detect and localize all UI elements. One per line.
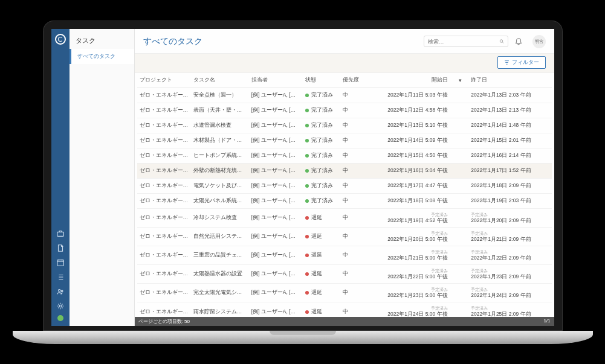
table-row[interactable]: ゼロ・エネルギー…太陽熱温水器の設置[例] ユーザーA, [例] …遅延中予定済… xyxy=(137,265,552,284)
table-row[interactable]: ゼロ・エネルギー…太陽光パネル系統設置[例] ユーザーA, [例] …完了済み中… xyxy=(137,193,552,208)
status-dot-icon xyxy=(305,184,309,188)
cell-start: 2022年1月13日 5:10 午後 xyxy=(373,118,456,133)
svg-rect-1 xyxy=(57,260,63,266)
cell-start: 予定済み2022年1月19日 4:52 午後 xyxy=(373,208,456,227)
table-row[interactable]: ゼロ・エネルギー…表面（天井・壁・…[例] ユーザーA, [例] …完了済み中2… xyxy=(137,103,552,118)
status-dot-icon xyxy=(305,94,309,97)
search-icon xyxy=(499,38,504,45)
cell-task: 外壁の断熱材充填検査 xyxy=(191,163,249,178)
cell-status: 完了済み xyxy=(303,103,340,118)
main-content: すべてのタスク 明宮 フィルター xyxy=(135,29,554,326)
cell-project: ゼロ・エネルギー… xyxy=(137,227,191,246)
table-row[interactable]: ゼロ・エネルギー…三重窓の品質チェック[例] ユーザーA, [例] …遅延中予定… xyxy=(137,246,552,264)
cell-start: 2022年1月11日 5:03 午後 xyxy=(373,88,456,103)
cell-start: 予定済み2022年1月20日 5:00 午後 xyxy=(373,227,456,246)
document-icon[interactable] xyxy=(56,244,65,252)
cell-priority: 中 xyxy=(340,265,374,284)
task-table: プロジェクト タスク名 担当者 状態 優先度 開始日 ▾ 終了日 ゼロ・エネルギ… xyxy=(137,73,552,326)
cell-end: 2022年1月17日 1:52 午前 xyxy=(468,163,551,178)
filter-icon xyxy=(504,60,510,65)
table-row[interactable]: ゼロ・エネルギー…自然光活用システ…[例] ユーザーA, [例] …遅延中予定済… xyxy=(137,227,552,246)
col-status[interactable]: 状態 xyxy=(303,73,340,88)
cell-status: 完了済み xyxy=(303,88,340,103)
col-task[interactable]: タスク名 xyxy=(191,73,249,88)
subnav-item-all-tasks[interactable]: すべてのタスク xyxy=(70,49,134,64)
cell-end: 予定済み2022年1月21日 2:09 午前 xyxy=(468,227,551,246)
col-start[interactable]: 開始日 xyxy=(373,73,456,88)
help-icon[interactable] xyxy=(57,315,63,321)
cell-task: 太陽光パネル系統設置 xyxy=(191,193,249,208)
cell-start: 2022年1月18日 5:08 午後 xyxy=(373,193,456,208)
cell-priority: 中 xyxy=(340,133,374,148)
search-box[interactable] xyxy=(424,36,508,47)
app-logo-icon[interactable] xyxy=(55,34,66,45)
cell-start: 2022年1月14日 5:09 午後 xyxy=(373,133,456,148)
search-input[interactable] xyxy=(428,39,496,45)
cell-status: 完了済み xyxy=(303,148,340,163)
cell-priority: 中 xyxy=(340,118,374,133)
cell-project: ゼロ・エネルギー… xyxy=(137,284,191,302)
cell-priority: 中 xyxy=(340,88,374,103)
cell-start: 予定済み2022年1月21日 5:00 午後 xyxy=(373,246,456,264)
cell-end: 予定済み2022年1月20日 2:09 午前 xyxy=(468,208,551,227)
cell-task: 水道管漏水検査 xyxy=(191,118,249,133)
col-project[interactable]: プロジェクト xyxy=(137,73,191,88)
status-dot-icon xyxy=(305,124,309,127)
filter-button[interactable]: フィルター xyxy=(497,56,546,69)
table-row[interactable]: ゼロ・エネルギー…冷却システム検査[例] ユーザーA, [例] …遅延中予定済み… xyxy=(137,208,552,227)
cell-status: 遅延 xyxy=(303,284,340,302)
briefcase-icon[interactable] xyxy=(56,229,65,238)
subnav-title: タスク xyxy=(70,29,134,49)
cell-assignee: [例] ユーザーA, [例] … xyxy=(249,193,303,208)
table-row[interactable]: ゼロ・エネルギー…木材製品（ドア・…[例] ユーザーA, [例] …完了済み中2… xyxy=(137,133,552,148)
calendar-icon[interactable] xyxy=(56,258,65,267)
cell-task: 木材製品（ドア・… xyxy=(191,133,249,148)
gear-icon[interactable] xyxy=(56,302,65,310)
cell-priority: 中 xyxy=(340,163,374,178)
status-dot-icon xyxy=(305,169,309,173)
status-dot-icon xyxy=(305,154,309,158)
status-dot-icon xyxy=(305,216,309,220)
col-assignee[interactable]: 担当者 xyxy=(249,73,303,88)
cell-end: 2022年1月18日 2:09 午前 xyxy=(468,178,551,193)
cell-project: ゼロ・エネルギー… xyxy=(137,246,191,264)
col-sort-icon[interactable]: ▾ xyxy=(456,73,469,88)
cell-task: 完全太陽光電気シ… xyxy=(191,284,249,302)
col-priority[interactable]: 優先度 xyxy=(340,73,374,88)
svg-point-2 xyxy=(58,289,60,292)
table-row[interactable]: ゼロ・エネルギー…完全太陽光電気シ…[例] ユーザーA, [例] …遅延中予定済… xyxy=(137,284,552,302)
cell-assignee: [例] ユーザーA, [例] … xyxy=(249,246,303,264)
cell-priority: 中 xyxy=(340,148,374,163)
cell-task: ヒートポンプ系統検査 xyxy=(191,148,249,163)
bell-icon[interactable] xyxy=(514,37,523,46)
avatar[interactable]: 明宮 xyxy=(532,35,546,48)
cell-status: 完了済み xyxy=(303,133,340,148)
table-row[interactable]: ゼロ・エネルギー…電気ソケット及び…[例] ユーザーA, [例] …完了済み中2… xyxy=(137,178,552,193)
status-dot-icon xyxy=(305,254,309,257)
sub-navigation: タスク すべてのタスク xyxy=(70,29,135,326)
task-table-wrap: プロジェクト タスク名 担当者 状態 優先度 開始日 ▾ 終了日 ゼロ・エネルギ… xyxy=(135,73,554,326)
page-title: すべてのタスク xyxy=(143,36,202,47)
cell-end: 予定済み2022年1月24日 2:09 午前 xyxy=(468,284,551,302)
table-row[interactable]: ゼロ・エネルギー…ヒートポンプ系統検査[例] ユーザーA, [例] …完了済み中… xyxy=(137,148,552,163)
col-end[interactable]: 終了日 xyxy=(468,73,551,88)
cell-priority: 中 xyxy=(340,227,374,246)
cell-project: ゼロ・エネルギー… xyxy=(137,265,191,284)
table-row[interactable]: ゼロ・エネルギー…安全点検（週一）[例] ユーザーA, [例] …完了済み中20… xyxy=(137,88,552,103)
cell-assignee: [例] ユーザーA, [例] … xyxy=(249,284,303,302)
status-dot-icon xyxy=(305,310,309,314)
page-indicator: 1/1 xyxy=(543,318,550,325)
svg-rect-0 xyxy=(57,232,63,236)
cell-status: 遅延 xyxy=(303,246,340,264)
cell-task: 電気ソケット及び… xyxy=(191,178,249,193)
list-icon[interactable] xyxy=(56,273,65,281)
people-icon[interactable] xyxy=(56,287,65,296)
cell-start: 予定済み2022年1月23日 5:00 午後 xyxy=(373,284,456,302)
cell-task: 太陽熱温水器の設置 xyxy=(191,265,249,284)
cell-status: 完了済み xyxy=(303,118,340,133)
table-row[interactable]: ゼロ・エネルギーハウス外壁の断熱材充填検査[例] ユーザーA, [例] ユ…完了… xyxy=(137,163,552,178)
cell-assignee: [例] ユーザーA, [例] ユ… xyxy=(249,163,303,178)
table-row[interactable]: ゼロ・エネルギー…水道管漏水検査[例] ユーザーA, [例] …完了済み中202… xyxy=(137,118,552,133)
cell-end: 2022年1月13日 2:13 午前 xyxy=(468,103,551,118)
rail-bar xyxy=(51,29,70,326)
